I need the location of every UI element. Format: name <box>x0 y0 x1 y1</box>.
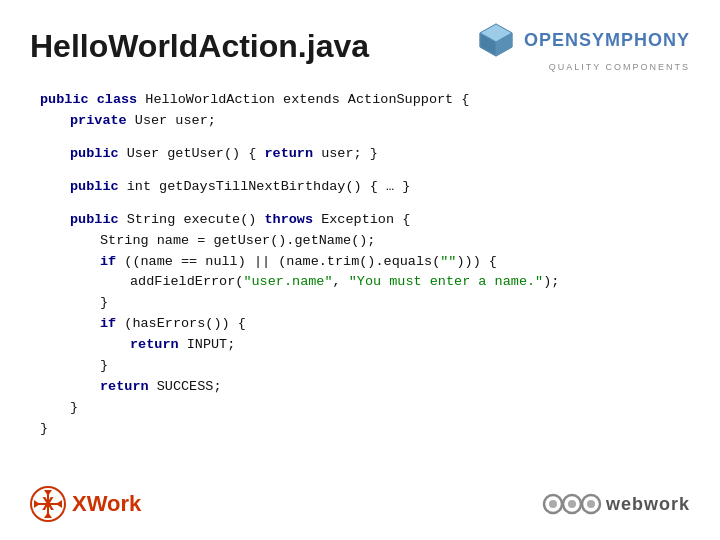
svg-point-17 <box>587 500 595 508</box>
cube-icon <box>476 20 516 60</box>
logo-top: OPENSYMPHONY <box>476 20 690 60</box>
code-line-14: } <box>40 398 690 419</box>
webwork-circles <box>542 493 602 515</box>
page-title: HelloWorldAction.java <box>30 28 369 65</box>
code-line-3: public User getUser() { return user; } <box>40 144 690 165</box>
code-line-13: return SUCCESS; <box>40 377 690 398</box>
bottom-logos: X XWork <box>30 486 690 522</box>
webwork-text: webwork <box>606 494 690 515</box>
code-block: public class HelloWorldAction extends Ac… <box>30 90 690 440</box>
code-line-6: String name = getUser().getName(); <box>40 231 690 252</box>
webwork-logo: webwork <box>542 493 690 515</box>
code-line-8: addFieldError("user.name", "You must ent… <box>40 272 690 293</box>
code-line-12: } <box>40 356 690 377</box>
code-line-11: return INPUT; <box>40 335 690 356</box>
code-line-5: public String execute() throws Exception… <box>40 210 690 231</box>
opensymphony-text: OPENSYMPHONY <box>524 30 690 51</box>
svg-marker-9 <box>56 500 62 508</box>
code-line-7: if ((name == null) || (name.trim().equal… <box>40 252 690 273</box>
opensymphony-logo: OPENSYMPHONY QUALITY COMPONENTS <box>476 20 690 72</box>
xwork-icon: X <box>30 486 66 522</box>
svg-point-16 <box>568 500 576 508</box>
code-line-15: } <box>40 419 690 440</box>
code-line-9: } <box>40 293 690 314</box>
code-line-2: private User user; <box>40 111 690 132</box>
webwork-circles-svg <box>542 493 602 515</box>
svg-marker-8 <box>34 500 40 508</box>
code-line-4: public int getDaysTillNextBirthday() { …… <box>40 177 690 198</box>
quality-text: QUALITY COMPONENTS <box>549 62 690 72</box>
xwork-text: XWork <box>72 491 141 517</box>
xwork-logo: X XWork <box>30 486 141 522</box>
svg-point-15 <box>549 500 557 508</box>
code-line-10: if (hasErrors()) { <box>40 314 690 335</box>
header: HelloWorldAction.java OPENSYMPHONY QUALI… <box>30 20 690 72</box>
code-line-1: public class HelloWorldAction extends Ac… <box>40 90 690 111</box>
page: HelloWorldAction.java OPENSYMPHONY QUALI… <box>0 0 720 540</box>
